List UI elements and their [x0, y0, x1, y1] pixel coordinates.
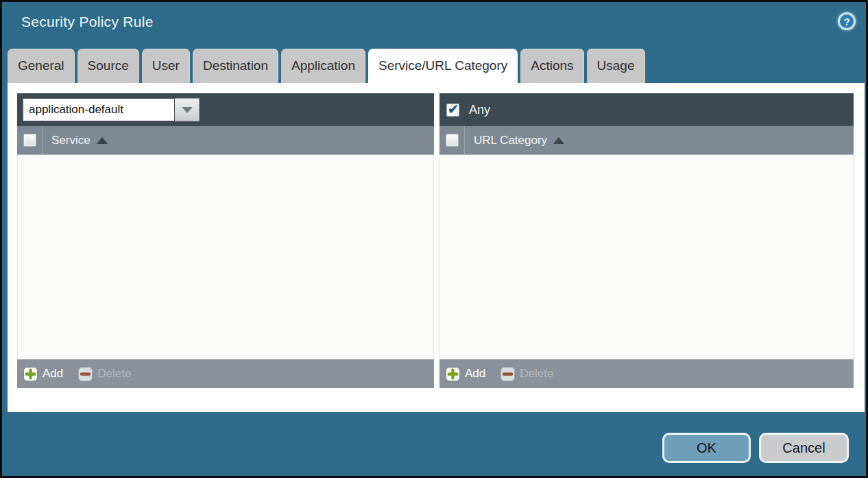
cancel-button[interactable]: Cancel [759, 433, 849, 463]
service-panel: application-default Service Ad [17, 93, 434, 388]
tab-general[interactable]: General [8, 49, 75, 83]
chevron-down-icon [182, 107, 193, 113]
plus-icon [23, 367, 38, 381]
service-add-button[interactable]: Add [23, 367, 63, 381]
service-column-label-wrap: Service [43, 134, 108, 147]
service-list[interactable] [17, 155, 434, 359]
url-category-select-all-checkbox[interactable] [446, 134, 459, 147]
tab-destination[interactable]: Destination [193, 49, 278, 83]
sort-ascending-icon [97, 137, 108, 144]
service-column-header[interactable]: Service [17, 126, 434, 155]
any-checkbox[interactable] [446, 104, 459, 117]
url-category-add-button[interactable]: Add [446, 367, 485, 381]
service-select-all-cell [17, 126, 43, 154]
tab-application[interactable]: Application [281, 49, 365, 83]
url-category-delete-button[interactable]: Delete [501, 367, 553, 381]
minus-icon [78, 367, 93, 381]
service-delete-button[interactable]: Delete [78, 367, 131, 381]
delete-button-label: Delete [97, 367, 131, 381]
service-type-dropdown-value[interactable]: application-default [23, 98, 175, 121]
security-policy-rule-dialog: { "window": { "title": "Security Policy … [0, 0, 868, 478]
tab-actions[interactable]: Actions [520, 49, 583, 83]
tab-content-service-url-category: application-default Service Ad [8, 83, 865, 412]
url-category-column-label: URL Category [474, 134, 547, 147]
url-category-toolbar: Add Delete [439, 359, 854, 388]
any-checkbox-label[interactable]: Any [469, 103, 490, 117]
tab-service-url-category[interactable]: Service/URL Category [368, 49, 518, 83]
help-icon[interactable]: ? [838, 12, 856, 30]
tab-usage[interactable]: Usage [587, 49, 645, 83]
dialog-title: Security Policy Rule [21, 14, 154, 30]
url-category-panel: Any URL Category Add [439, 93, 854, 388]
url-category-list[interactable] [439, 155, 854, 359]
ok-button[interactable]: OK [662, 433, 751, 463]
service-toolbar: Add Delete [17, 359, 434, 388]
add-button-label: Add [465, 367, 485, 381]
url-category-column-header[interactable]: URL Category [439, 126, 854, 155]
plus-icon [446, 367, 460, 381]
minus-icon [501, 367, 515, 381]
service-select-all-checkbox[interactable] [23, 134, 36, 147]
service-panel-header: application-default [17, 93, 434, 126]
service-column-label: Service [51, 134, 91, 147]
sort-ascending-icon [553, 137, 564, 144]
add-button-label: Add [43, 367, 63, 381]
delete-button-label: Delete [520, 367, 553, 381]
url-category-select-all-cell [439, 126, 465, 154]
service-type-dropdown[interactable]: application-default [23, 98, 200, 121]
service-type-dropdown-button[interactable] [175, 98, 200, 121]
tab-user[interactable]: User [142, 49, 190, 83]
url-category-panel-header: Any [439, 93, 854, 126]
tab-bar: General Source User Destination Applicat… [8, 49, 645, 83]
tab-source[interactable]: Source [77, 49, 139, 83]
any-row: Any [445, 103, 490, 117]
url-category-column-label-wrap: URL Category [465, 134, 564, 147]
